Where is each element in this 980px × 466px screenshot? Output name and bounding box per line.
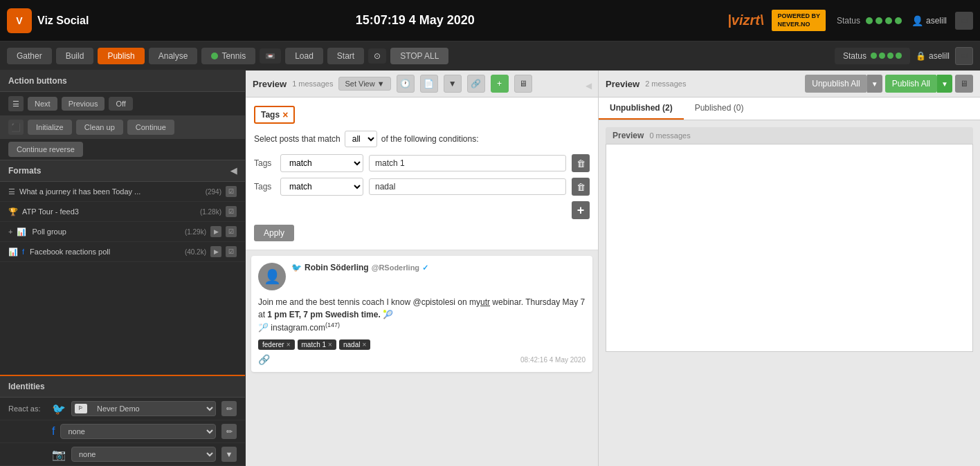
- apply-button[interactable]: Apply: [254, 225, 294, 241]
- twitter-edit-button[interactable]: ✏: [221, 401, 237, 416]
- doc-dropdown-button[interactable]: ▼: [444, 75, 462, 93]
- formats-collapse-icon[interactable]: ◀: [230, 166, 237, 176]
- format-play-3[interactable]: ▶: [210, 226, 221, 237]
- continue-reverse-button[interactable]: Continue reverse: [8, 142, 83, 157]
- main-layout: Action buttons ☰ Next Previous Off ⬛ Ini…: [0, 71, 980, 466]
- format-count-3: (1.29k): [185, 228, 206, 236]
- delete-filter-1-button[interactable]: 🗑: [572, 154, 590, 172]
- tab-published[interactable]: Published (0): [684, 97, 755, 120]
- post-tags: federer × match 1 × nadal ×: [258, 339, 586, 350]
- tag-label-1: Tags: [254, 158, 275, 168]
- set-view-chevron-icon: ▼: [377, 80, 385, 88]
- clock-icon-button[interactable]: 🕐: [397, 75, 415, 93]
- tag-type-select-1[interactable]: match: [280, 154, 363, 172]
- format-list-icon-2: 🏆: [8, 207, 18, 216]
- tag-input-1[interactable]: [369, 155, 566, 171]
- clean-up-button[interactable]: Clean up: [76, 120, 123, 135]
- monitor-icon-button[interactable]: 🖥: [514, 75, 532, 93]
- format-item-2[interactable]: 🏆 ATP Tour - feed3 (1.28k) ☑: [0, 202, 245, 222]
- format-action-4[interactable]: ☑: [226, 246, 237, 257]
- continue-button[interactable]: Continue: [127, 120, 174, 135]
- format-item-4[interactable]: 📊 f Facebook reactions poll (40.2k) ▶ ☑: [0, 242, 245, 262]
- format-action-3[interactable]: ☑: [226, 226, 237, 237]
- post-card-1: 👤 🐦 Robin Söderling @RSoderling ✓ Join m…: [251, 256, 592, 372]
- delete-filter-2-button[interactable]: 🗑: [572, 178, 590, 196]
- powered-by: POWERED BYNEVER.NO: [772, 10, 826, 31]
- post-footer: 🔗 08:42:16 4 May 2020: [258, 354, 586, 365]
- add-filter-button[interactable]: +: [572, 201, 590, 219]
- preview-sub-header: Preview 0 messages: [606, 127, 973, 145]
- tag-remove-match1[interactable]: ×: [328, 341, 332, 348]
- status-label: Status: [837, 16, 860, 26]
- app-name: Viz Social: [37, 15, 89, 27]
- nav-mail-icon[interactable]: ✉: [955, 47, 973, 65]
- tennis-button[interactable]: Tennis: [201, 48, 255, 64]
- gather-button[interactable]: Gather: [7, 48, 52, 64]
- twitter-identity-dropdown[interactable]: Never Demo: [90, 402, 215, 416]
- stop-all-button[interactable]: STOP ALL: [390, 48, 448, 64]
- tag-remove-nadal[interactable]: ×: [362, 341, 366, 348]
- ind-dot-2: [879, 53, 885, 59]
- post-tag-match1: match 1 ×: [298, 339, 336, 350]
- middle-panel-title: Preview: [253, 79, 287, 89]
- add-icon-button[interactable]: +: [491, 75, 509, 93]
- format-item-3[interactable]: + 📊 Poll group (1.29k) ▶ ☑: [0, 222, 245, 242]
- format-action-2[interactable]: ☑: [226, 206, 237, 217]
- status-indicator: Status: [835, 48, 910, 64]
- collapse-arrow[interactable]: ◀: [586, 81, 591, 86]
- init-icon[interactable]: ⬛: [8, 120, 24, 135]
- tab-unpublished[interactable]: Unpublished (2): [599, 97, 684, 120]
- tag-remove-federer[interactable]: ×: [287, 341, 291, 348]
- notifications-icon[interactable]: ✉: [955, 12, 973, 30]
- unpublish-all-group: Unpublish All ▼: [805, 75, 882, 93]
- condition-select[interactable]: all: [345, 131, 377, 147]
- logo-area: V Viz Social: [7, 8, 89, 33]
- publish-all-dropdown[interactable]: ▼: [937, 75, 952, 93]
- format-name-2: ATP Tour - feed3: [22, 207, 196, 216]
- instagram-identity-dropdown[interactable]: none: [71, 447, 216, 462]
- post-text: Join me and the best tennis coach I know…: [258, 296, 586, 334]
- post-area: 👤 🐦 Robin Söderling @RSoderling ✓ Join m…: [246, 250, 598, 466]
- logo-icon: V: [7, 8, 32, 33]
- initialize-button[interactable]: Initialize: [28, 120, 72, 135]
- fb-edit-button[interactable]: ✏: [221, 424, 237, 439]
- format-list-icon-1: ☰: [8, 187, 15, 196]
- tag-type-select-2[interactable]: match: [280, 178, 363, 196]
- continue-reverse-row: Continue reverse: [0, 139, 245, 160]
- off-button[interactable]: Off: [109, 97, 132, 111]
- tag-label-2: Tags: [254, 182, 275, 192]
- filter-row-2: Tags match 🗑: [254, 178, 590, 196]
- publish-all-button[interactable]: Publish All: [885, 75, 937, 93]
- list-icon[interactable]: ☰: [8, 96, 24, 111]
- next-button[interactable]: Next: [28, 97, 57, 111]
- tennis-status-dot: [211, 53, 218, 59]
- start-button[interactable]: Start: [327, 48, 364, 64]
- instagram-edit-button[interactable]: ▼: [221, 447, 237, 462]
- load-button[interactable]: Load: [285, 48, 323, 64]
- format-play-4[interactable]: ▶: [210, 246, 221, 257]
- tag-close-icon[interactable]: ×: [282, 109, 288, 120]
- set-view-button[interactable]: Set View ▼: [338, 77, 390, 91]
- filter-area: Tags × Select posts that match all of th…: [246, 97, 598, 250]
- post-handle: @RSoderling: [372, 263, 419, 272]
- unpublish-all-button[interactable]: Unpublish All: [805, 75, 866, 93]
- previous-button[interactable]: Previous: [62, 97, 105, 111]
- identities-header: Identities: [0, 375, 245, 398]
- fb-identity-dropdown[interactable]: none: [60, 424, 216, 439]
- status-area: Status 👤 aselill ✉: [837, 12, 973, 30]
- circle-button[interactable]: ⊙: [368, 48, 386, 64]
- link-icon-button[interactable]: 🔗: [467, 75, 485, 93]
- post-avatar: 👤: [258, 263, 286, 290]
- format-action-1[interactable]: ☑: [226, 186, 237, 197]
- right-msg-count: 2 messages: [645, 80, 686, 88]
- publish-button[interactable]: Publish: [98, 48, 144, 64]
- tag-input-2[interactable]: [369, 178, 566, 195]
- right-monitor-icon[interactable]: 🖥: [955, 75, 973, 93]
- format-item-1[interactable]: ☰ What a journey it has been Today ... (…: [0, 182, 245, 202]
- user-area: 👤 aselill: [911, 15, 947, 26]
- tape-icon-button[interactable]: 📼: [260, 48, 281, 64]
- unpublish-all-dropdown[interactable]: ▼: [867, 75, 882, 93]
- build-button[interactable]: Build: [56, 48, 94, 64]
- doc-icon-button[interactable]: 📄: [420, 75, 438, 93]
- analyse-button[interactable]: Analyse: [149, 48, 198, 64]
